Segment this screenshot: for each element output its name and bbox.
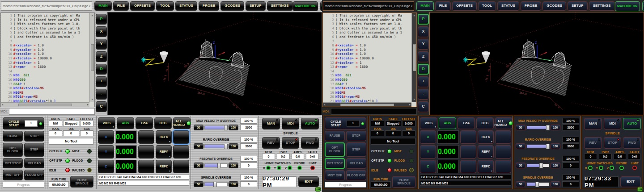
slider-max-button[interactable]: 100 <box>551 163 560 168</box>
mode-button[interactable]: MDI <box>282 118 300 129</box>
menu-button[interactable]: MAIN <box>416 1 433 11</box>
axis-letter-button[interactable]: Z <box>420 160 436 173</box>
axis-letter-button[interactable]: Z <box>98 160 114 173</box>
slider-max-button[interactable]: 100 <box>551 125 560 130</box>
menu-button[interactable]: FILE <box>113 1 129 11</box>
zero-axis-button[interactable] <box>138 130 154 144</box>
gcode-view[interactable]: 1( This program is copyright of Ra 2( It… <box>0 13 95 107</box>
menu-button[interactable]: GCODES <box>542 1 566 11</box>
estop-reset-button[interactable]: ESTOP RESET <box>642 1 644 11</box>
view-key-button[interactable]: D <box>96 64 107 75</box>
menu-button[interactable]: STATUS <box>175 1 197 11</box>
slider-min-button[interactable]: 50 <box>516 125 525 130</box>
mode-button[interactable]: MDI <box>604 118 622 129</box>
menu-button[interactable]: PROBE <box>199 1 219 11</box>
cycle-action-button[interactable]: FLOOD OFF <box>24 170 44 180</box>
view-key-button[interactable]: C <box>96 101 107 112</box>
file-path-combo[interactable]: /home/chris/linuxcnc/nc_files/examples/3… <box>323 1 414 11</box>
ref-axis-button[interactable]: REFX▾ <box>478 130 494 144</box>
exit-button[interactable]: EXIT <box>298 176 319 187</box>
ref-axis-button[interactable]: REFY▾ <box>478 145 494 159</box>
view-key-button[interactable]: - <box>96 89 107 100</box>
spindle-button[interactable]: FWD <box>301 137 319 149</box>
all-homed-button[interactable]: ALL HOMED <box>173 117 191 129</box>
gcode-view[interactable]: 1( This program is copyright of Ra 2( It… <box>322 13 417 107</box>
keyboard-icon[interactable] <box>637 187 643 192</box>
scroll-right-icon[interactable]: ▶ <box>409 103 411 107</box>
slider-min-button[interactable]: 50 <box>194 143 203 149</box>
cycle-action-button[interactable]: MIST OFF <box>325 170 345 180</box>
menu-button[interactable]: SETTINGS <box>267 1 293 11</box>
ref-axis-button[interactable]: REFY▾ <box>156 145 172 159</box>
machine-on-button[interactable]: MACHINE ON <box>293 1 318 11</box>
mode-button[interactable]: AUTO <box>623 118 641 129</box>
override-slider[interactable]: 50 100 <box>516 143 560 149</box>
cycle-action-button[interactable]: STOP <box>24 131 44 142</box>
slider-max-button[interactable]: 100 <box>229 125 238 130</box>
vertical-scrollbar[interactable]: ▲▼ <box>411 13 416 102</box>
mode-button[interactable]: MAN <box>584 118 602 129</box>
menu-button[interactable]: TOOL <box>156 1 174 11</box>
slider-knob[interactable] <box>213 182 217 187</box>
view-key-button[interactable]: C <box>418 101 429 112</box>
view-key-button[interactable]: Z <box>96 51 107 62</box>
axis-letter-button[interactable]: Y <box>98 145 114 159</box>
slider-min-button[interactable]: 50 <box>516 181 525 187</box>
ref-axis-button[interactable]: REFZ▾ <box>156 160 172 173</box>
slider-knob[interactable] <box>217 163 221 168</box>
scroll-right-icon[interactable]: ▶ <box>87 103 89 107</box>
horizontal-scrollbar[interactable]: ◀▶ <box>1 102 89 107</box>
cycle-action-button[interactable]: OPT BLOCK <box>3 143 23 157</box>
view-key-button[interactable]: X <box>418 26 429 37</box>
slider-track[interactable] <box>526 163 550 167</box>
cycle-action-button[interactable]: RELOAD <box>24 158 44 169</box>
slider-track[interactable] <box>526 144 550 148</box>
dro-mode-button[interactable]: G54▾ <box>458 117 475 129</box>
cycle-action-button[interactable]: FLOOD OFF <box>346 170 366 180</box>
home-axis-button[interactable] <box>173 145 189 159</box>
menu-button[interactable]: FILE <box>435 1 451 11</box>
menu-button[interactable]: OFFSETS <box>452 1 477 11</box>
pause-spindle-button[interactable]: PAUSE SPINDLE <box>70 176 93 188</box>
home-axis-button[interactable] <box>173 130 189 144</box>
keyboard-icon[interactable] <box>315 187 321 192</box>
zero-axis-button[interactable] <box>138 145 154 159</box>
horizontal-scrollbar[interactable]: ◀▶ <box>323 102 411 107</box>
override-slider[interactable]: 50 100 <box>516 181 560 187</box>
cycle-counter[interactable]: 1 <box>347 120 360 127</box>
slider-track[interactable] <box>204 125 228 129</box>
menu-button[interactable]: OFFSETS <box>130 1 155 11</box>
zero-axis-button[interactable] <box>460 160 476 173</box>
zero-axis-button[interactable] <box>138 160 154 173</box>
slider-min-button[interactable]: 50 <box>516 163 525 168</box>
mdi-input[interactable] <box>9 108 95 115</box>
menu-button[interactable]: GCODES <box>220 1 244 11</box>
menu-button[interactable]: MAIN <box>94 1 111 11</box>
slider-max-button[interactable]: 100 <box>551 143 560 149</box>
override-slider[interactable]: 50 100 <box>516 163 560 168</box>
ref-axis-button[interactable]: REFZ▾ <box>478 160 494 173</box>
menu-button[interactable]: PROBE <box>521 1 541 11</box>
view-key-button[interactable]: - <box>418 89 429 100</box>
axis-letter-button[interactable]: X <box>420 130 436 144</box>
cycle-action-button[interactable]: OPT STOP <box>3 158 23 169</box>
mdi-input[interactable] <box>331 108 417 115</box>
slider-knob[interactable] <box>546 125 550 130</box>
gremlin-3d-preview[interactable]: Z <box>429 12 644 115</box>
scroll-thumb[interactable] <box>18 104 72 106</box>
scroll-thumb[interactable] <box>413 44 416 71</box>
pause-spindle-button[interactable]: PAUSE SPINDLE <box>392 176 415 188</box>
home-axis-button[interactable] <box>495 160 511 173</box>
slider-min-button[interactable]: 50 <box>194 163 203 168</box>
spindle-button[interactable]: REV <box>584 137 602 149</box>
cycle-action-button[interactable]: RELOAD <box>346 158 366 169</box>
scroll-down-icon[interactable]: ▼ <box>413 97 415 102</box>
slider-knob[interactable] <box>224 125 228 130</box>
slider-track[interactable] <box>204 182 228 186</box>
scroll-thumb[interactable] <box>340 104 394 106</box>
view-key-button[interactable]: P <box>96 14 107 25</box>
override-slider[interactable]: 50 100 <box>194 163 238 168</box>
spindle-button[interactable]: STOP <box>604 137 622 149</box>
view-key-button[interactable]: + <box>96 76 107 87</box>
dro-mode-button[interactable]: ABS▾ <box>439 117 456 129</box>
